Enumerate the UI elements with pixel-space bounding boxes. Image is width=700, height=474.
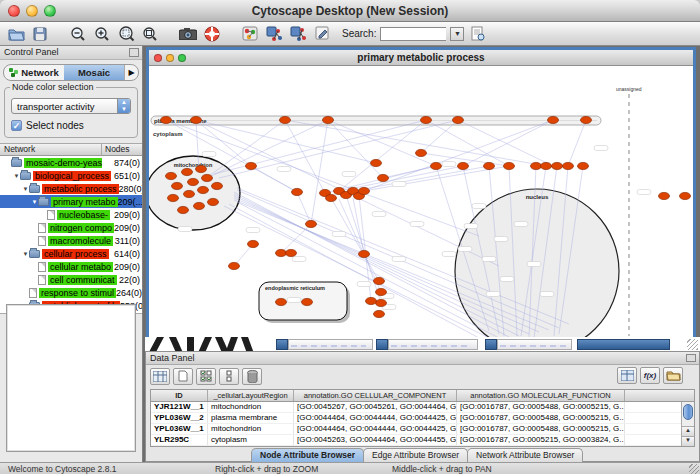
frame-resize-grip[interactable]: [687, 339, 698, 350]
graph-node[interactable]: [366, 297, 377, 304]
tree-header-nodes[interactable]: Nodes: [102, 144, 142, 155]
tree-row-cell-communicat[interactable]: cell communicat22(0): [0, 273, 142, 286]
editor-icon[interactable]: [312, 25, 332, 43]
table-row[interactable]: YJR121W__1mitochondrion[GO:0045267, GO:0…: [151, 402, 694, 413]
tab-node-attribute-browser[interactable]: Node Attribute Browser: [251, 448, 364, 462]
graph-node[interactable]: [378, 174, 389, 181]
graph-node[interactable]: [248, 240, 259, 247]
tree-header-network[interactable]: Network: [0, 144, 102, 155]
plasma-membrane-region[interactable]: plasma membrane: [151, 116, 601, 125]
graph-node[interactable]: [161, 116, 172, 123]
graph-node[interactable]: [276, 249, 287, 256]
graph-node[interactable]: [504, 162, 515, 169]
graph-node[interactable]: [421, 116, 432, 123]
column-header-2[interactable]: annotation.GO CELLULAR_COMPONENT: [294, 390, 457, 401]
tree-row-nitrogen-compo[interactable]: nitrogen compo209(0): [0, 221, 142, 234]
background-window-1[interactable]: [276, 339, 288, 350]
graph-node[interactable]: [286, 249, 297, 256]
background-window-2[interactable]: [376, 339, 388, 350]
zoom-selected-icon[interactable]: [116, 25, 136, 43]
snapshot-icon[interactable]: [178, 25, 198, 43]
expand-triangle-icon[interactable]: ▼: [22, 186, 29, 192]
graph-node[interactable]: [276, 298, 287, 305]
graph-node[interactable]: [178, 206, 189, 213]
tree-row-nucleobase-[interactable]: nucleobase-209(0): [0, 208, 142, 221]
window-resize-grip[interactable]: [689, 464, 699, 474]
tree-row-cellular-process[interactable]: ▼cellular process614(0): [0, 247, 142, 260]
search-input[interactable]: [380, 27, 446, 41]
graph-node[interactable]: [374, 310, 385, 317]
graph-node[interactable]: [246, 162, 257, 169]
table-scrollbar[interactable]: ▲ ▼: [681, 402, 694, 446]
expand-triangle-icon[interactable]: ▼: [31, 199, 38, 205]
graph-node[interactable]: [168, 194, 179, 201]
graph-node[interactable]: [188, 178, 199, 185]
graph-node[interactable]: [531, 162, 542, 169]
tree-row-cellular-metabo[interactable]: cellular metabo209(0): [0, 260, 142, 273]
expand-triangle-icon[interactable]: ▼: [22, 251, 29, 257]
table-row[interactable]: YPL036W__1mitochondrion[GO:0044464, GO:0…: [151, 424, 694, 435]
column-header-3[interactable]: annotation.GO MOLECULAR_FUNCTION: [457, 390, 625, 401]
column-header-1[interactable]: _cellularLayoutRegion: [208, 390, 294, 401]
layout-b-icon[interactable]: [288, 25, 308, 43]
scroll-down-icon[interactable]: ▼: [682, 436, 694, 446]
tree-row-mosaic-demo-yeast[interactable]: mosaic-demo-yeast874(0): [0, 156, 142, 169]
tree-row-macromolecule[interactable]: macromolecule311(0): [0, 234, 142, 247]
graph-node[interactable]: [280, 116, 291, 123]
delete-attribute-icon[interactable]: [242, 368, 262, 385]
graph-node[interactable]: [374, 277, 385, 284]
expand-triangle-icon[interactable]: ▼: [13, 173, 20, 179]
unselect-attributes-icon[interactable]: [219, 368, 239, 385]
graph-node[interactable]: [191, 116, 202, 123]
graph-node[interactable]: [302, 298, 313, 305]
birds-eye-view[interactable]: [6, 304, 136, 452]
vizmapper-icon[interactable]: [240, 25, 260, 43]
graph-node[interactable]: [194, 202, 205, 209]
search-go-icon[interactable]: [468, 25, 488, 43]
graph-node[interactable]: [212, 182, 223, 189]
network-view-titlebar[interactable]: primary metabolic process: [149, 50, 693, 66]
graph-node[interactable]: [306, 220, 317, 227]
table-row[interactable]: YKR052Ccytoplasm[GO:0044464, GO:0044446,…: [151, 446, 694, 447]
graph-node[interactable]: [196, 165, 207, 172]
column-header-0[interactable]: ID: [151, 390, 208, 401]
graph-node[interactable]: [359, 187, 370, 194]
graph-node[interactable]: [578, 162, 589, 169]
tab-mosaic[interactable]: Mosaic: [64, 65, 124, 80]
tab-network[interactable]: Network: [4, 65, 64, 80]
search-dropdown-button[interactable]: ▼: [450, 27, 464, 41]
graph-node[interactable]: [680, 192, 691, 199]
tab-overflow-button[interactable]: ▶: [124, 65, 138, 80]
tree-row-primary-metabo[interactable]: ▼primary metabo209(...: [0, 195, 142, 208]
graph-node[interactable]: [166, 172, 177, 179]
color-attribute-select[interactable]: transporter activity ▲▼: [11, 98, 131, 114]
select-nodes-checkbox[interactable]: ✓: [11, 120, 22, 131]
graph-node[interactable]: [198, 186, 209, 193]
graph-node[interactable]: [484, 162, 495, 169]
graph-node[interactable]: [292, 188, 303, 195]
network-canvas[interactable]: plasma membrane cytoplasm nucleus mitoch…: [149, 66, 693, 345]
network-view-frame[interactable]: primary metabolic process plasma membran…: [146, 47, 696, 348]
graph-node[interactable]: [326, 194, 337, 201]
data-panel-float-icon[interactable]: [686, 354, 696, 362]
graph-node[interactable]: [208, 198, 219, 205]
function-icon[interactable]: f(x): [640, 367, 660, 384]
table-row[interactable]: YPL036W__2plasma membrane[GO:0044464, GO…: [151, 413, 694, 424]
graph-node[interactable]: [371, 159, 382, 166]
scrollbar-thumb[interactable]: [683, 404, 693, 420]
attribute-grid-icon[interactable]: [150, 368, 170, 385]
table-row[interactable]: YLR295Ccytoplasm[GO:0045263, GO:0044464,…: [151, 435, 694, 446]
new-attribute-icon[interactable]: [173, 368, 193, 385]
tab-edge-attribute-browser[interactable]: Edge Attribute Browser: [363, 448, 468, 462]
graph-node[interactable]: [376, 288, 387, 295]
background-window-3[interactable]: [485, 339, 497, 350]
import-icon[interactable]: [663, 367, 683, 384]
graph-node[interactable]: [563, 162, 574, 169]
graph-node[interactable]: [416, 149, 427, 156]
graph-node[interactable]: [359, 250, 370, 257]
graph-node[interactable]: [581, 116, 592, 123]
graph-node[interactable]: [323, 116, 334, 123]
graph-node[interactable]: [229, 262, 240, 269]
graph-node[interactable]: [453, 116, 464, 123]
graph-node[interactable]: [376, 299, 387, 306]
